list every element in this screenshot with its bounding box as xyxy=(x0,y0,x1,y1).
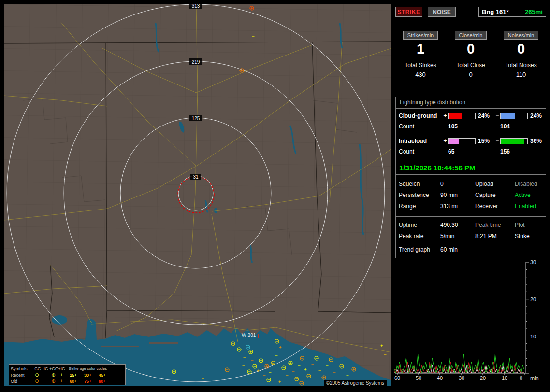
trend-graph-row: Trend graph 60 min xyxy=(396,244,546,258)
squelch-value: 0 xyxy=(440,181,475,187)
strikes-per-min-header: Strikes/min xyxy=(403,31,438,40)
ic-positive-count: 65 xyxy=(448,148,476,155)
legend-recent-label: Recent xyxy=(11,373,33,378)
count-label: Count xyxy=(399,148,442,155)
legend-col-cg-pos: +CG xyxy=(49,366,58,371)
upload-status: Disabled xyxy=(515,181,543,187)
upload-label: Upload xyxy=(475,181,515,187)
strike-button[interactable]: STRIKE xyxy=(395,7,422,17)
x-label-50: 50 xyxy=(416,375,421,381)
intracloud-row: Intracloud + 15% − 36% xyxy=(399,138,543,144)
capture-status: Active xyxy=(515,192,543,198)
distribution-title: Lightning type distribution xyxy=(396,97,546,109)
total-noises-value: 110 xyxy=(496,71,546,78)
minus-sign: − xyxy=(494,138,500,144)
cloud-ground-label: Cloud-ground xyxy=(399,112,442,119)
ic-negative-bar xyxy=(500,138,528,144)
map-legend: Symbols -CG -IC +CG +IC Strike age color… xyxy=(9,364,126,385)
ring-label-219: 219 xyxy=(192,59,200,65)
age-code-45: 45+ xyxy=(98,373,114,378)
capture-label: Capture xyxy=(475,192,515,198)
receiver-label: Receiver xyxy=(475,203,515,210)
x-label-30: 30 xyxy=(459,375,464,381)
trend-graph-label: Trend graph xyxy=(399,246,440,253)
cg-positive-count: 105 xyxy=(448,123,476,130)
legend-col-ic-pos: +IC xyxy=(58,366,66,371)
receiver-status: Enabled xyxy=(515,203,543,210)
count-label: Count xyxy=(399,123,442,130)
plot-value: Strike xyxy=(515,233,543,239)
ic-negative-percent: 36% xyxy=(528,138,546,144)
bearing-display: Bng 161° 265mi xyxy=(478,7,546,17)
noise-button[interactable]: NOISE xyxy=(428,7,456,17)
ic-positive-strike-icon: + xyxy=(58,379,66,384)
minus-sign: − xyxy=(494,112,500,119)
ring-label-313: 313 xyxy=(192,4,200,9)
rate-statistics: Strikes/min 1 Total Strikes 430 Close/mi… xyxy=(395,27,546,78)
trend-y-ticks xyxy=(526,262,529,373)
legend-col-ic-neg: -IC xyxy=(41,366,49,371)
total-close-label: Total Close xyxy=(446,62,496,69)
legend-recent-row: Recent ⊖ − ⊕ + 15+ 30+ 45+ xyxy=(11,372,124,378)
ic-positive-percent: 15% xyxy=(476,138,494,144)
noises-per-min-value: 0 xyxy=(496,41,546,57)
strikes-stat-column: Strikes/min 1 Total Strikes 430 xyxy=(395,31,446,78)
range-value: 313 mi xyxy=(440,203,475,210)
legend-col-cg-neg: -CG xyxy=(33,366,41,371)
x-label-40: 40 xyxy=(437,375,443,381)
uptime-grid: Uptime 490:30 Peak time Plot Peak rate 5… xyxy=(396,216,546,244)
age-code-30: 30+ xyxy=(83,373,98,378)
copyright-notice: ©2005 Astrogenic Systems xyxy=(324,380,387,386)
peak-rate-value: 5/min xyxy=(440,233,475,239)
uptime-label: Uptime xyxy=(399,222,440,228)
ic-negative-count: 156 xyxy=(500,148,528,155)
range-label: Range xyxy=(399,203,440,210)
y-label-10: 10 xyxy=(530,334,536,339)
total-noises-label: Total Noises xyxy=(496,62,546,69)
plus-sign: + xyxy=(442,138,448,144)
peak-rate-label: Peak rate xyxy=(399,233,440,239)
y-label-20: 20 xyxy=(530,296,536,302)
system-status-box: 1/31/2026 10:44:56 PM Squelch 0 Upload D… xyxy=(395,161,546,258)
cloud-ground-count-row: Count 105 104 xyxy=(399,123,543,130)
age-code-75: 75+ xyxy=(83,379,98,384)
cg-positive-percent: 24% xyxy=(476,112,494,119)
squelch-label: Squelch xyxy=(399,181,440,187)
x-label-0: 0 xyxy=(520,375,522,381)
intracloud-count-row: Count 65 156 xyxy=(399,148,543,155)
x-label-20: 20 xyxy=(480,375,486,381)
y-label-30: 30 xyxy=(530,260,536,265)
noises-per-min-header: Noises/min xyxy=(504,31,538,40)
settings-grid: Squelch 0 Upload Disabled Persistence 90… xyxy=(396,175,546,216)
close-per-min-value: 0 xyxy=(446,41,496,57)
mode-toolbar: STRIKE NOISE Bng 161° 265mi xyxy=(395,7,546,17)
uptime-value: 490:30 xyxy=(440,222,475,228)
ic-positive-bar xyxy=(448,138,476,144)
bearing-value: Bng 161° xyxy=(482,8,509,15)
x-label-10: 10 xyxy=(502,375,507,381)
storm-cell-id: W-201 xyxy=(242,333,256,338)
lightning-map[interactable]: 313 219 125 31 W-201 xyxy=(4,4,391,386)
total-close-value: 0 xyxy=(446,71,496,78)
close-per-min-header: Close/min xyxy=(455,31,487,40)
trend-axes xyxy=(395,262,526,373)
total-strikes-label: Total Strikes xyxy=(395,62,446,69)
cg-positive-strike-icon: ⊕ xyxy=(49,379,58,384)
legend-header-row: Symbols -CG -IC +CG +IC Strike age color… xyxy=(11,365,124,372)
persistence-label: Persistence xyxy=(399,192,440,198)
trend-graph-value: 60 min xyxy=(440,246,475,253)
legend-old-label: Old xyxy=(11,379,33,384)
datetime-display: 1/31/2026 10:44:56 PM xyxy=(396,161,546,175)
ic-positive-strike-icon: + xyxy=(58,373,66,378)
cg-negative-strike-icon: ⊖ xyxy=(33,379,41,384)
age-code-60: 60+ xyxy=(69,379,83,384)
legend-age-header: Strike age color codes xyxy=(69,366,114,371)
peak-time-label: Peak time xyxy=(475,222,515,228)
cg-negative-count: 104 xyxy=(500,123,528,130)
ic-negative-strike-icon: − xyxy=(41,379,49,384)
cg-negative-bar xyxy=(500,113,528,119)
ic-negative-strike-icon: − xyxy=(41,373,49,378)
lightning-distribution-box: Lightning type distribution Cloud-ground… xyxy=(395,97,546,161)
noises-stat-column: Noises/min 0 Total Noises 110 xyxy=(496,31,546,78)
legend-old-row: Old ⊖ − ⊕ + 60+ 75+ 90+ xyxy=(11,378,124,384)
